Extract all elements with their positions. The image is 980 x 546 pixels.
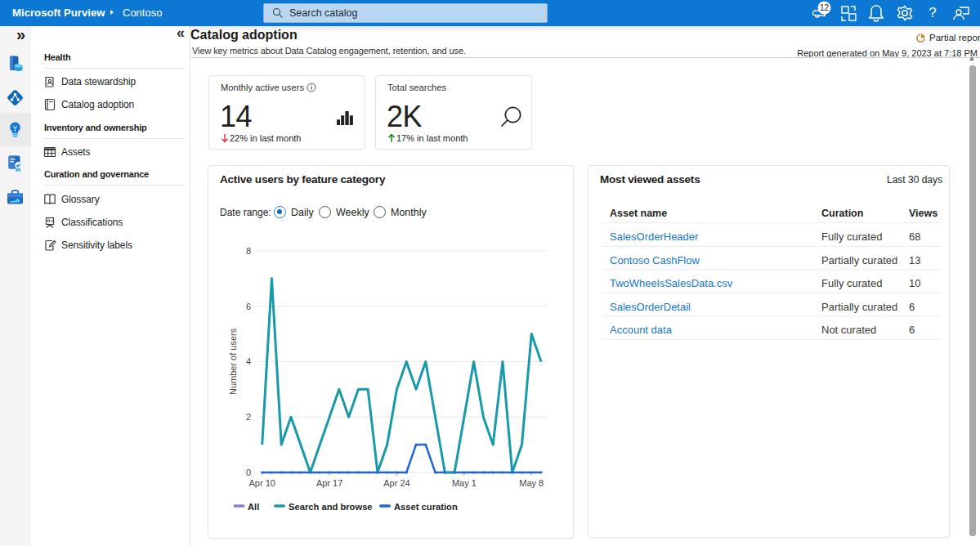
svg-text:12: 12: [820, 3, 830, 12]
svg-text:Apr 17: Apr 17: [316, 478, 342, 488]
svg-text:Apr 24: Apr 24: [383, 478, 409, 488]
svg-text:Asset curation: Asset curation: [394, 502, 458, 512]
svg-text:4: 4: [246, 356, 251, 366]
svg-text:0: 0: [246, 468, 251, 477]
svg-text:6: 6: [246, 302, 251, 311]
svg-text:All: All: [248, 502, 259, 512]
svg-text:Apr 10: Apr 10: [248, 478, 275, 488]
svg-text:Search and browse: Search and browse: [289, 502, 373, 512]
svg-text:May 1: May 1: [452, 478, 477, 488]
svg-text:May 8: May 8: [519, 478, 544, 488]
svg-text:8: 8: [246, 246, 251, 256]
svg-text:2: 2: [246, 412, 251, 422]
svg-text:Number of users: Number of users: [228, 328, 238, 395]
